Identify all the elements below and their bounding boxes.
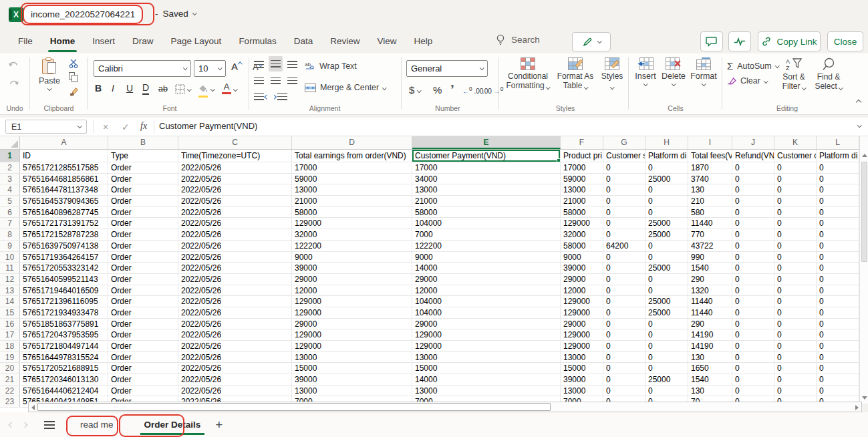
cell-I2[interactable]: 1870 <box>688 162 732 173</box>
bold-button[interactable]: B <box>95 83 102 94</box>
horizontal-scroll-thumb[interactable] <box>37 403 551 411</box>
cell-D11[interactable]: 39000 <box>292 263 412 273</box>
cell-H1[interactable]: Platform di <box>645 150 688 162</box>
cell-J5[interactable]: 0 <box>732 196 774 206</box>
all-sheets-menu-icon[interactable] <box>44 421 55 429</box>
cell-F8[interactable]: 32000 <box>561 229 603 240</box>
cell-G5[interactable]: 0 <box>603 196 645 206</box>
editing-mode-button[interactable] <box>572 32 611 51</box>
cell-B18[interactable]: Order <box>108 341 178 351</box>
cell-H22[interactable]: 0 <box>645 386 688 396</box>
cell-L2[interactable]: 0 <box>817 162 859 173</box>
redo-button[interactable] <box>8 79 19 90</box>
cell-C10[interactable]: 2022/05/26 <box>178 252 292 263</box>
cell-J12[interactable]: 0 <box>732 274 774 285</box>
cell-K16[interactable]: 0 <box>774 319 817 329</box>
cell-H3[interactable]: 25000 <box>645 174 688 184</box>
cell-I21[interactable]: 1540 <box>688 374 732 385</box>
cell-H4[interactable]: 0 <box>645 184 688 195</box>
cell-L5[interactable]: 0 <box>817 196 859 206</box>
cell-A9[interactable]: 57651639750974138 <box>20 241 108 251</box>
cell-G11[interactable]: 0 <box>603 263 645 273</box>
cell-L7[interactable]: 0 <box>817 218 859 229</box>
cell-L16[interactable]: 0 <box>817 319 859 329</box>
cell-F19[interactable]: 13000 <box>561 352 603 363</box>
cell-K11[interactable]: 0 <box>774 263 817 273</box>
undo-button[interactable] <box>8 60 19 71</box>
cell-F9[interactable]: 58000 <box>561 241 603 251</box>
cell-L22[interactable]: 0 <box>817 386 859 396</box>
cell-G14[interactable]: 0 <box>603 296 645 307</box>
cell-F4[interactable]: 13000 <box>561 184 603 195</box>
cell-C11[interactable]: 2022/05/26 <box>178 263 292 273</box>
cell-E22[interactable]: 13000 <box>412 386 561 396</box>
sheet-tab-order-details[interactable]: Order Details <box>136 415 209 435</box>
cell-C4[interactable]: 2022/05/26 <box>178 184 292 195</box>
scroll-left-icon[interactable] <box>31 405 35 410</box>
cell-G8[interactable]: 0 <box>603 229 645 240</box>
format-painter-button[interactable] <box>69 87 79 100</box>
cell-L14[interactable]: 0 <box>817 296 859 307</box>
cell-K3[interactable]: 0 <box>774 174 817 184</box>
cell-K8[interactable]: 0 <box>774 229 817 240</box>
cell-K15[interactable]: 0 <box>774 307 817 318</box>
column-header-F[interactable]: F <box>561 136 603 149</box>
cell-I3[interactable]: 3740 <box>688 174 732 184</box>
cell-K13[interactable]: 0 <box>774 285 817 296</box>
row-header-5[interactable]: 5 <box>0 196 20 206</box>
cell-B12[interactable]: Order <box>108 274 178 285</box>
row-header-23[interactable]: 23 <box>0 396 20 407</box>
copy-link-button[interactable]: Copy Link <box>758 31 821 51</box>
cell-K14[interactable]: 0 <box>774 296 817 307</box>
cell-H9[interactable]: 0 <box>645 241 688 251</box>
cell-F5[interactable]: 21000 <box>561 196 603 206</box>
insert-cells-button[interactable]: Insert <box>632 57 659 86</box>
cell-B19[interactable]: Order <box>108 352 178 363</box>
format-as-table-button[interactable]: Format AsTable <box>555 57 596 90</box>
column-header-G[interactable]: G <box>603 136 645 149</box>
cell-B1[interactable]: Type <box>108 150 178 162</box>
cell-C2[interactable]: 2022/05/26 <box>178 162 292 173</box>
row-header-21[interactable]: 21 <box>0 374 20 385</box>
expand-formula-bar-icon[interactable] <box>857 123 861 127</box>
increase-decimal-button[interactable]: ←0 .00 <box>462 86 483 95</box>
cell-K9[interactable]: 0 <box>774 241 817 251</box>
cell-H7[interactable]: 25000 <box>645 218 688 229</box>
cell-D3[interactable]: 59000 <box>292 174 412 184</box>
row-header-19[interactable]: 19 <box>0 352 20 363</box>
cell-J1[interactable]: Refund(VNI <box>732 150 774 162</box>
cell-H19[interactable]: 0 <box>645 352 688 363</box>
cell-L1[interactable]: Platform di <box>817 150 859 162</box>
formula-content[interactable]: Customer Payment(VND) <box>159 121 257 131</box>
cell-F10[interactable]: 9000 <box>561 252 603 263</box>
cell-B22[interactable]: Order <box>108 386 178 396</box>
sheet-tab-read-me[interactable]: read me <box>72 415 122 435</box>
search-box[interactable]: Search <box>496 34 540 45</box>
cell-G17[interactable]: 0 <box>603 329 645 340</box>
cell-J4[interactable]: 0 <box>732 184 774 195</box>
cell-A17[interactable]: 57651720437953595 <box>20 329 108 340</box>
cell-B14[interactable]: Order <box>108 296 178 307</box>
cell-H13[interactable]: 0 <box>645 285 688 296</box>
cell-I9[interactable]: 43722 <box>688 241 732 251</box>
find-select-button[interactable]: Find &Select <box>811 57 846 91</box>
cell-E15[interactable]: 104000 <box>412 307 561 318</box>
saved-status[interactable]: Saved <box>163 9 188 19</box>
align-left-button[interactable] <box>254 75 264 87</box>
font-family-select[interactable]: Calibri <box>94 60 191 77</box>
align-top-button[interactable] <box>254 59 264 71</box>
prev-sheet-icon[interactable] <box>9 422 14 427</box>
cell-C13[interactable]: 2022/05/26 <box>178 285 292 296</box>
cell-E12[interactable]: 29000 <box>412 274 561 285</box>
cell-J8[interactable]: 0 <box>732 229 774 240</box>
add-sheet-button[interactable]: + <box>215 418 223 432</box>
cell-J21[interactable]: 0 <box>732 374 774 385</box>
cell-G10[interactable]: 0 <box>603 252 645 263</box>
cell-K19[interactable]: 0 <box>774 352 817 363</box>
cell-E16[interactable]: 29000 <box>412 319 561 329</box>
cell-B21[interactable]: Order <box>108 374 178 385</box>
cell-B4[interactable]: Order <box>108 184 178 195</box>
select-all-corner[interactable] <box>0 136 20 149</box>
cell-D19[interactable]: 13000 <box>292 352 412 363</box>
cell-I12[interactable]: 290 <box>688 274 732 285</box>
